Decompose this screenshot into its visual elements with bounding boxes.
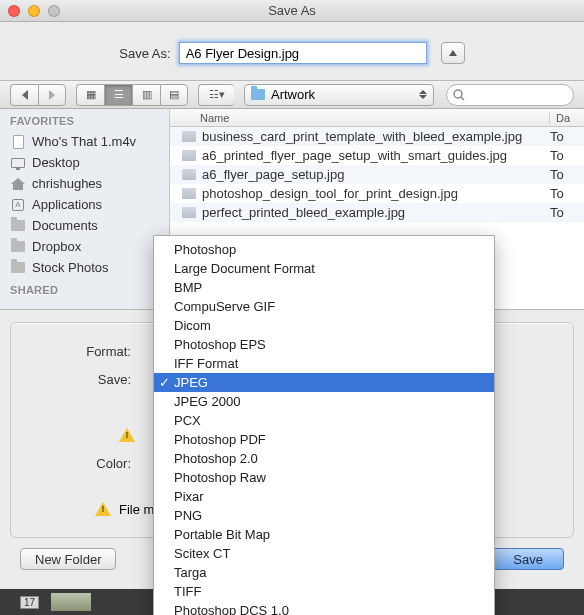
expand-collapse-button[interactable]	[441, 42, 465, 64]
file-date: To	[550, 148, 580, 163]
format-option[interactable]: JPEG	[154, 373, 494, 392]
format-option[interactable]: JPEG 2000	[154, 392, 494, 411]
view-columns-button[interactable]: ▥	[132, 84, 160, 106]
file-name: perfect_printed_bleed_example.jpg	[202, 205, 550, 220]
save-button[interactable]: Save	[492, 548, 564, 570]
minimize-icon[interactable]	[28, 5, 40, 17]
coverflow-view-icon: ▤	[169, 89, 179, 100]
sidebar-item-label: chrishughes	[32, 176, 102, 191]
view-list-button[interactable]: ☰	[104, 84, 132, 106]
file-thumbnail-icon	[180, 206, 198, 220]
format-option[interactable]: Photoshop PDF	[154, 430, 494, 449]
file-name: a6_printed_flyer_page_setup_with_smart_g…	[202, 148, 550, 163]
folder-icon	[10, 240, 26, 254]
format-option[interactable]: Dicom	[154, 316, 494, 335]
format-option[interactable]: Targa	[154, 563, 494, 582]
sidebar-item[interactable]: Desktop	[0, 152, 169, 173]
svg-line-1	[461, 97, 464, 100]
forward-button[interactable]	[38, 84, 66, 106]
view-icons-button[interactable]: ▦	[76, 84, 104, 106]
file-name: photoshop_design_tool_for_print_design.j…	[202, 186, 550, 201]
browser-toolbar: ▦ ☰ ▥ ▤ ☷▾ Artwork	[0, 81, 584, 109]
file-row[interactable]: a6_flyer_page_setup.jpgTo	[170, 165, 584, 184]
icons-view-icon: ▦	[86, 89, 96, 100]
close-icon[interactable]	[8, 5, 20, 17]
format-option[interactable]: IFF Format	[154, 354, 494, 373]
format-option[interactable]: Pixar	[154, 487, 494, 506]
window-title: Save As	[0, 3, 584, 18]
format-option[interactable]: Photoshop Raw	[154, 468, 494, 487]
view-coverflow-button[interactable]: ▤	[160, 84, 188, 106]
format-option[interactable]: Portable Bit Map	[154, 525, 494, 544]
file-thumbnail-icon	[180, 149, 198, 163]
search-field-wrap	[446, 84, 574, 106]
filename-input[interactable]	[179, 42, 427, 64]
strip-thumbnail	[51, 593, 91, 611]
app-icon	[10, 198, 26, 212]
column-header-date[interactable]: Da	[550, 112, 584, 124]
strip-number: 17	[20, 596, 39, 609]
file-row[interactable]: perfect_printed_bleed_example.jpgTo	[170, 203, 584, 222]
format-option[interactable]: Photoshop	[154, 240, 494, 259]
color-options-label: Color:	[31, 456, 131, 471]
sidebar-item[interactable]: Who's That 1.m4v	[0, 131, 169, 152]
file-row[interactable]: a6_printed_flyer_page_setup_with_smart_g…	[170, 146, 584, 165]
chevron-right-icon	[49, 90, 55, 100]
format-option[interactable]: Photoshop EPS	[154, 335, 494, 354]
format-option[interactable]: CompuServe GIF	[154, 297, 494, 316]
file-name: a6_flyer_page_setup.jpg	[202, 167, 550, 182]
sidebar-item[interactable]: chrishughes	[0, 173, 169, 194]
back-button[interactable]	[10, 84, 38, 106]
format-dropdown-menu[interactable]: PhotoshopLarge Document FormatBMPCompuSe…	[153, 235, 495, 615]
chevron-left-icon	[22, 90, 28, 100]
format-option[interactable]: TIFF	[154, 582, 494, 601]
file-thumbnail-icon	[180, 168, 198, 182]
sidebar-item[interactable]: Documents	[0, 215, 169, 236]
file-list-header: Name Da	[170, 109, 584, 127]
sidebar-header-shared: SHARED	[0, 278, 169, 300]
zoom-icon	[48, 5, 60, 17]
sidebar-item-label: Applications	[32, 197, 102, 212]
format-option[interactable]: BMP	[154, 278, 494, 297]
warning-icon	[119, 428, 135, 442]
view-mode-segment: ▦ ☰ ▥ ▤	[76, 84, 188, 106]
chevron-up-icon	[449, 50, 457, 56]
list-view-icon: ☰	[114, 89, 124, 100]
sidebar: FAVORITES Who's That 1.m4vDesktopchrishu…	[0, 109, 170, 309]
search-input[interactable]	[446, 84, 574, 106]
file-row[interactable]: photoshop_design_tool_for_print_design.j…	[170, 184, 584, 203]
sidebar-item[interactable]: Stock Photos	[0, 257, 169, 278]
save-as-row: Save As:	[0, 22, 584, 81]
search-icon	[453, 89, 465, 101]
format-option[interactable]: PNG	[154, 506, 494, 525]
format-option[interactable]: Photoshop 2.0	[154, 449, 494, 468]
nav-back-forward	[10, 84, 66, 106]
file-date: To	[550, 129, 580, 144]
arrange-button[interactable]: ☷▾	[198, 84, 234, 106]
path-folder-name: Artwork	[271, 87, 315, 102]
format-option[interactable]: Scitex CT	[154, 544, 494, 563]
file-date: To	[550, 205, 580, 220]
titlebar: Save As	[0, 0, 584, 22]
warning-icon	[95, 502, 111, 516]
format-option[interactable]: Photoshop DCS 1.0	[154, 601, 494, 615]
folder-icon	[10, 219, 26, 233]
sidebar-item[interactable]: Applications	[0, 194, 169, 215]
popup-arrows-icon	[419, 90, 427, 99]
column-header-name[interactable]: Name	[170, 112, 550, 124]
format-option[interactable]: Large Document Format	[154, 259, 494, 278]
file-row[interactable]: business_card_print_template_with_bleed_…	[170, 127, 584, 146]
save-as-label: Save As:	[119, 46, 170, 61]
format-option[interactable]: PCX	[154, 411, 494, 430]
new-folder-button[interactable]: New Folder	[20, 548, 116, 570]
path-popup[interactable]: Artwork	[244, 84, 434, 106]
sidebar-header-favorites: FAVORITES	[0, 109, 169, 131]
sidebar-item-label: Dropbox	[32, 239, 81, 254]
svg-point-0	[454, 90, 462, 98]
folder-icon	[10, 261, 26, 275]
arrange-segment: ☷▾	[198, 84, 234, 106]
sidebar-item-label: Who's That 1.m4v	[32, 134, 136, 149]
home-icon	[10, 177, 26, 191]
monitor-icon	[10, 156, 26, 170]
sidebar-item[interactable]: Dropbox	[0, 236, 169, 257]
